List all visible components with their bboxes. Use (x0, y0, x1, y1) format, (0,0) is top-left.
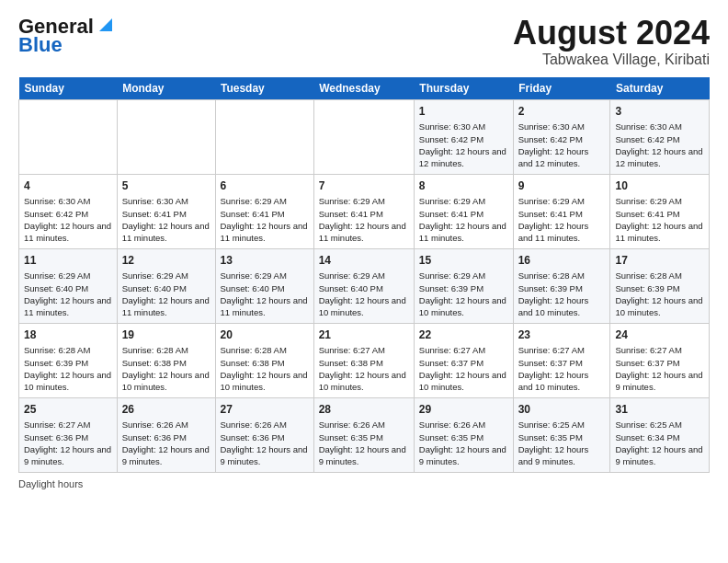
title-block: August 2024 Tabwakea Village, Kiribati (513, 15, 710, 68)
col-saturday: Saturday (610, 77, 710, 100)
day-info: Sunrise: 6:27 AM (615, 344, 704, 356)
day-info: Sunset: 6:41 PM (419, 208, 508, 220)
col-friday: Friday (513, 77, 610, 100)
day-info: Sunrise: 6:25 AM (518, 419, 606, 431)
table-row: 18Sunrise: 6:28 AMSunset: 6:39 PMDayligh… (19, 323, 118, 397)
day-info: Sunset: 6:41 PM (221, 208, 309, 220)
day-number: 13 (221, 253, 309, 269)
day-info: Sunrise: 6:30 AM (24, 195, 112, 207)
calendar-table: Sunday Monday Tuesday Wednesday Thursday… (18, 77, 710, 473)
table-row: 14Sunrise: 6:29 AMSunset: 6:40 PMDayligh… (313, 248, 414, 323)
day-info: Sunrise: 6:28 AM (518, 270, 606, 282)
table-row: 9Sunrise: 6:29 AMSunset: 6:41 PMDaylight… (513, 174, 610, 248)
day-info: Sunrise: 6:30 AM (615, 121, 704, 132)
table-row (215, 99, 313, 174)
day-info: Sunrise: 6:30 AM (518, 121, 606, 132)
table-row: 26Sunrise: 6:26 AMSunset: 6:36 PMDayligh… (117, 397, 215, 472)
day-info: Daylight: 12 hours and 10 minutes. (221, 369, 309, 394)
day-info: Daylight: 12 hours and 11 minutes. (24, 220, 112, 245)
day-info: Sunrise: 6:27 AM (419, 344, 508, 356)
day-number: 10 (615, 178, 704, 194)
day-info: Daylight: 12 hours and 12 minutes. (518, 145, 606, 170)
day-info: Sunset: 6:39 PM (615, 282, 704, 294)
day-info: Daylight: 12 hours and 9 minutes. (615, 443, 704, 468)
day-info: Daylight: 12 hours and 9 minutes. (24, 443, 112, 468)
day-info: Daylight: 12 hours and 9 minutes. (615, 369, 704, 394)
day-info: Sunrise: 6:27 AM (319, 344, 409, 356)
day-number: 2 (518, 104, 606, 120)
day-info: Daylight: 12 hours and 9 minutes. (221, 443, 309, 468)
table-row: 5Sunrise: 6:30 AMSunset: 6:41 PMDaylight… (117, 174, 215, 248)
day-info: Daylight: 12 hours and 11 minutes. (24, 294, 112, 319)
day-info: Sunrise: 6:26 AM (419, 419, 508, 431)
day-info: Sunrise: 6:26 AM (319, 419, 409, 431)
table-row (313, 99, 414, 174)
day-info: Sunset: 6:42 PM (24, 208, 112, 220)
day-info: Sunrise: 6:27 AM (518, 344, 606, 356)
day-info: Daylight: 12 hours and 11 minutes. (518, 220, 606, 245)
day-info: Sunrise: 6:29 AM (24, 270, 112, 282)
day-number: 4 (24, 178, 112, 194)
day-info: Daylight: 12 hours and 10 minutes. (122, 369, 210, 394)
table-row: 22Sunrise: 6:27 AMSunset: 6:37 PMDayligh… (414, 323, 513, 397)
day-number: 3 (615, 104, 704, 120)
day-number: 11 (24, 253, 112, 269)
day-info: Sunset: 6:38 PM (122, 357, 210, 369)
table-row: 10Sunrise: 6:29 AMSunset: 6:41 PMDayligh… (610, 174, 710, 248)
table-row: 12Sunrise: 6:29 AMSunset: 6:40 PMDayligh… (117, 248, 215, 323)
day-number: 17 (615, 253, 704, 269)
day-info: Sunset: 6:41 PM (319, 208, 409, 220)
col-tuesday: Tuesday (215, 77, 313, 100)
day-info: Daylight: 12 hours and 12 minutes. (419, 145, 508, 170)
table-row: 7Sunrise: 6:29 AMSunset: 6:41 PMDaylight… (313, 174, 414, 248)
day-info: Sunset: 6:39 PM (419, 282, 508, 294)
table-row: 19Sunrise: 6:28 AMSunset: 6:38 PMDayligh… (117, 323, 215, 397)
day-number: 22 (419, 327, 508, 343)
day-info: Sunset: 6:34 PM (615, 431, 704, 443)
day-number: 6 (221, 178, 309, 194)
day-info: Daylight: 12 hours and 10 minutes. (419, 294, 508, 319)
table-row: 6Sunrise: 6:29 AMSunset: 6:41 PMDaylight… (215, 174, 313, 248)
day-info: Daylight: 12 hours and 10 minutes. (24, 369, 112, 394)
day-info: Daylight: 12 hours and 11 minutes. (122, 220, 210, 245)
day-info: Sunrise: 6:30 AM (419, 121, 508, 132)
day-info: Sunset: 6:40 PM (221, 282, 309, 294)
table-row: 3Sunrise: 6:30 AMSunset: 6:42 PMDaylight… (610, 99, 710, 174)
day-number: 31 (615, 402, 704, 418)
day-number: 14 (319, 253, 409, 269)
day-number: 18 (24, 327, 112, 343)
table-row: 23Sunrise: 6:27 AMSunset: 6:37 PMDayligh… (513, 323, 610, 397)
table-row: 31Sunrise: 6:25 AMSunset: 6:34 PMDayligh… (610, 397, 710, 472)
day-info: Daylight: 12 hours and 10 minutes. (419, 369, 508, 394)
day-info: Sunrise: 6:28 AM (122, 344, 210, 356)
calendar-week-row: 18Sunrise: 6:28 AMSunset: 6:39 PMDayligh… (19, 323, 710, 397)
day-info: Sunset: 6:36 PM (24, 431, 112, 443)
calendar-week-row: 4Sunrise: 6:30 AMSunset: 6:42 PMDaylight… (19, 174, 710, 248)
day-info: Sunset: 6:35 PM (518, 431, 606, 443)
table-row (117, 99, 215, 174)
daylight-label: Daylight hours (18, 478, 83, 489)
table-row: 17Sunrise: 6:28 AMSunset: 6:39 PMDayligh… (610, 248, 710, 323)
day-info: Daylight: 12 hours and 11 minutes. (419, 220, 508, 245)
day-info: Daylight: 12 hours and 12 minutes. (615, 145, 704, 170)
day-info: Daylight: 12 hours and 10 minutes. (615, 294, 704, 319)
logo-triangle-icon (96, 15, 116, 35)
table-row: 11Sunrise: 6:29 AMSunset: 6:40 PMDayligh… (19, 248, 118, 323)
day-number: 26 (122, 402, 210, 418)
calendar-title: August 2024 (513, 15, 710, 52)
table-row: 16Sunrise: 6:28 AMSunset: 6:39 PMDayligh… (513, 248, 610, 323)
table-row: 30Sunrise: 6:25 AMSunset: 6:35 PMDayligh… (513, 397, 610, 472)
table-row: 2Sunrise: 6:30 AMSunset: 6:42 PMDaylight… (513, 99, 610, 174)
day-info: Daylight: 12 hours and 11 minutes. (221, 220, 309, 245)
day-number: 7 (319, 178, 409, 194)
col-monday: Monday (117, 77, 215, 100)
table-row: 25Sunrise: 6:27 AMSunset: 6:36 PMDayligh… (19, 397, 118, 472)
day-number: 29 (419, 402, 508, 418)
day-number: 27 (221, 402, 309, 418)
day-info: Daylight: 12 hours and 11 minutes. (319, 220, 409, 245)
day-info: Sunrise: 6:25 AM (615, 419, 704, 431)
day-number: 12 (122, 253, 210, 269)
page: General Blue August 2024 Tabwakea Villag… (0, 0, 728, 499)
day-info: Daylight: 12 hours and 11 minutes. (221, 294, 309, 319)
calendar-week-row: 1Sunrise: 6:30 AMSunset: 6:42 PMDaylight… (19, 99, 710, 174)
